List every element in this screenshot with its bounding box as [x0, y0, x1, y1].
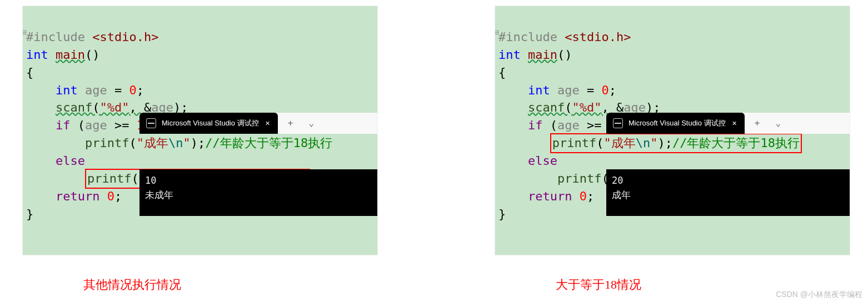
code-token: else [56, 154, 85, 168]
code-token: 0 [99, 189, 114, 203]
code-token: > [623, 30, 631, 44]
terminal-tab[interactable]: Microsoft Visual Studio 调试控 × [606, 113, 745, 134]
code-token: < [92, 30, 99, 44]
terminal-output: 20 成年 [606, 169, 850, 216]
code-token: ( [596, 136, 603, 150]
code-token: () [85, 48, 100, 62]
code-token: printf [85, 136, 129, 150]
code-token: ( [92, 100, 99, 114]
code-token: #include [26, 30, 92, 44]
code-token: printf [552, 136, 596, 150]
tabbar-actions: + ⌄ [278, 113, 324, 134]
code-token: scanf [56, 100, 92, 114]
code-token: stdio.h [99, 30, 151, 44]
code-token: = [587, 83, 602, 97]
panel-right: ⊟#include <stdio.h> int main() { int age… [495, 6, 850, 293]
code-token: ( [131, 172, 138, 185]
code-token: () [557, 48, 572, 62]
terminal-icon [613, 118, 623, 128]
chevron-down-icon[interactable]: ⌄ [306, 117, 316, 130]
terminal-icon [146, 118, 156, 128]
watermark: CSDN @小林熬夜学编程 [776, 290, 862, 299]
code-token: } [26, 207, 33, 221]
terminal-tab-title: Microsoft Visual Studio 调试控 [628, 118, 726, 129]
code-token: int [498, 48, 521, 62]
code-token: return [56, 189, 99, 203]
code-editor-right: ⊟#include <stdio.h> int main() { int age… [495, 6, 850, 255]
terminal-window-right: Microsoft Visual Studio 调试控 × + ⌄ 20 成年 [606, 78, 850, 251]
terminal-tab[interactable]: Microsoft Visual Studio 调试控 × [139, 113, 278, 134]
code-token: = [114, 83, 129, 97]
code-token: ( [70, 118, 85, 132]
code-token: "%d" [99, 100, 129, 114]
code-token: return [528, 189, 572, 203]
code-token: 0 [129, 83, 136, 97]
panel-left: ⊟#include <stdio.h> int main() { int age… [22, 6, 378, 293]
code-token: age [557, 118, 587, 132]
code-token: { [498, 66, 506, 79]
code-token: < [565, 30, 572, 44]
tabbar-actions: + ⌄ [745, 113, 791, 134]
code-token: age [550, 83, 587, 97]
terminal-tab-title: Microsoft Visual Studio 调试控 [162, 118, 259, 129]
code-token: age [78, 83, 114, 97]
code-token: main [56, 48, 85, 62]
code-token: >= [114, 118, 137, 132]
code-token: { [26, 66, 33, 79]
code-token: main [528, 48, 557, 62]
fold-icon: ⊟ [22, 28, 26, 36]
new-tab-button[interactable]: + [286, 117, 296, 130]
code-token: stdio.h [572, 30, 623, 44]
code-token: >= [587, 118, 609, 132]
fold-icon: ⊟ [495, 28, 498, 36]
code-token: if [56, 118, 71, 132]
terminal-output: 10 未成年 [139, 169, 378, 216]
code-token: #include [498, 30, 565, 44]
new-tab-button[interactable]: + [752, 117, 762, 130]
terminal-tabbar: Microsoft Visual Studio 调试控 × + ⌄ [606, 113, 850, 134]
code-token: ; [114, 189, 122, 203]
close-icon[interactable]: × [265, 118, 271, 129]
code-token: ( [129, 136, 136, 150]
code-token: printf [87, 172, 131, 185]
code-editor-left: ⊟#include <stdio.h> int main() { int age… [22, 6, 378, 255]
close-icon[interactable]: × [731, 118, 738, 129]
code-token: int [26, 48, 48, 62]
code-token: int [528, 83, 550, 97]
code-token: 0 [572, 189, 587, 203]
code-token: age [85, 118, 114, 132]
code-token: printf [557, 172, 601, 185]
terminal-tabbar: Microsoft Visual Studio 调试控 × + ⌄ [139, 113, 378, 134]
code-token: if [528, 118, 543, 132]
code-token: scanf [528, 100, 565, 114]
caption-left: 其他情况执行情况 [22, 276, 378, 293]
code-token: ( [542, 118, 557, 132]
code-token: "%d" [572, 100, 601, 114]
code-token: int [56, 83, 78, 97]
code-token: ; [587, 189, 594, 203]
code-token: else [528, 154, 557, 168]
terminal-window-left: Microsoft Visual Studio 调试控 × + ⌄ 10 未成年 [139, 78, 378, 251]
code-token: } [498, 207, 506, 221]
chevron-down-icon[interactable]: ⌄ [773, 117, 783, 130]
code-token: ( [565, 100, 572, 114]
code-token: > [151, 30, 158, 44]
